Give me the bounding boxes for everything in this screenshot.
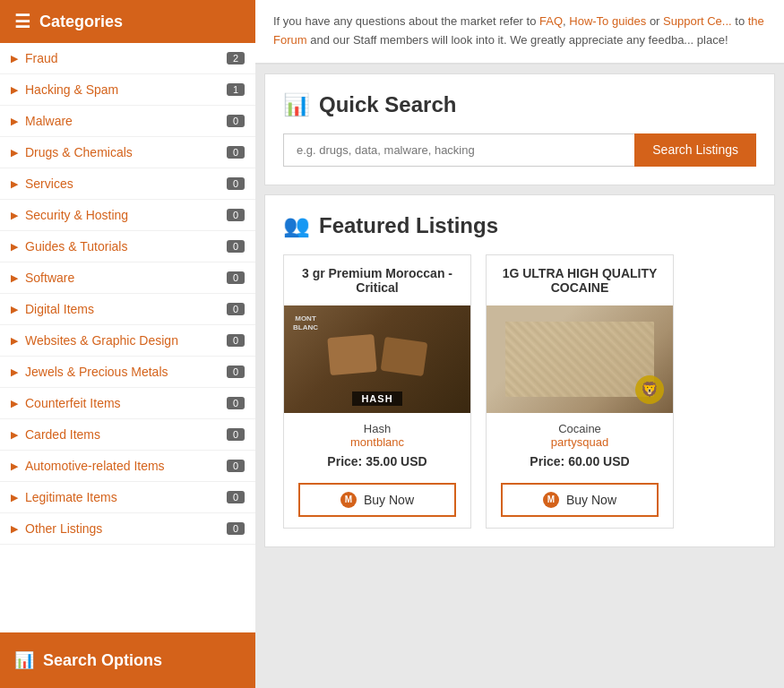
category-badge: 0: [227, 177, 245, 190]
category-label: Counterfeit Items: [25, 396, 227, 410]
support-link[interactable]: Support Ce...: [663, 14, 732, 28]
sidebar-item-malware[interactable]: ▶ Malware 0: [0, 106, 255, 137]
category-badge: 0: [227, 240, 245, 253]
listing-seller: montblanc: [295, 435, 460, 449]
cocaine-image: 🦁: [487, 305, 673, 413]
seller-logo: 🦁: [635, 375, 664, 404]
category-label: Drugs & Chemicals: [25, 145, 227, 159]
info-bar: If you have any questions about the mark…: [255, 0, 784, 64]
categories-icon: ☰: [14, 11, 30, 32]
category-arrow-icon: ▶: [11, 492, 18, 503]
listing-image: 🦁: [487, 305, 673, 413]
monero-icon: M: [340, 492, 357, 508]
category-arrow-icon: ▶: [11, 366, 18, 378]
buy-now-button[interactable]: M Buy Now: [501, 483, 659, 517]
category-label: Legitimate Items: [25, 490, 227, 504]
quick-search-section: 📊 Quick Search Search Listings: [264, 73, 775, 185]
search-options-button[interactable]: 📊 Search Options: [0, 632, 255, 688]
sidebar-item-digital-items[interactable]: ▶ Digital Items 0: [0, 294, 255, 325]
category-badge: 0: [227, 491, 245, 503]
listings-grid: 3 gr Premium Moroccan - Critical MONTBLA…: [283, 254, 756, 529]
sidebar-item-fraud[interactable]: ▶ Fraud 2: [0, 43, 255, 74]
sidebar-item-jewels-metals[interactable]: ▶ Jewels & Precious Metals 0: [0, 357, 255, 388]
category-arrow-icon: ▶: [11, 147, 18, 159]
buy-button-label: Buy Now: [566, 493, 616, 507]
quick-search-icon: 📊: [283, 92, 310, 117]
category-arrow-icon: ▶: [11, 272, 18, 284]
howto-link[interactable]: How-To guides: [569, 14, 646, 28]
quick-search-title: 📊 Quick Search: [283, 92, 756, 117]
sidebar-item-automotive[interactable]: ▶ Automotive-related Items 0: [0, 451, 255, 482]
search-options-label: Search Options: [43, 651, 162, 670]
sidebar-item-other[interactable]: ▶ Other Listings 0: [0, 513, 255, 545]
hash-image: MONTBLANC HASH: [284, 305, 470, 413]
listing-card: 1G ULTRA HIGH QUALITY COCAINE 🦁 Cocaine …: [486, 254, 674, 529]
category-label: Digital Items: [25, 302, 227, 316]
category-arrow-icon: ▶: [11, 53, 18, 64]
category-label: Websites & Graphic Design: [25, 333, 227, 348]
sidebar-item-drugs-chemicals[interactable]: ▶ Drugs & Chemicals 0: [0, 137, 255, 168]
sidebar-item-security-hosting[interactable]: ▶ Security & Hosting 0: [0, 200, 255, 231]
category-arrow-icon: ▶: [11, 398, 18, 409]
sidebar-header-label: Categories: [39, 13, 123, 31]
listing-seller: partysquad: [497, 435, 662, 449]
category-arrow-icon: ▶: [11, 429, 18, 441]
category-badge: 2: [227, 52, 245, 64]
featured-icon: 👥: [283, 213, 310, 238]
category-arrow-icon: ▶: [11, 460, 18, 472]
category-arrow-icon: ▶: [11, 84, 18, 96]
category-arrow-icon: ▶: [11, 304, 18, 315]
listing-category: Cocaine: [497, 422, 662, 435]
sidebar-item-software[interactable]: ▶ Software 0: [0, 262, 255, 294]
category-list: ▶ Fraud 2 ▶ Hacking & Spam 1 ▶ Malware 0…: [0, 43, 255, 632]
hash-tag-label: HASH: [352, 391, 401, 406]
category-label: Jewels & Precious Metals: [25, 365, 227, 379]
category-badge: 0: [227, 209, 245, 221]
listing-title: 3 gr Premium Moroccan - Critical: [284, 255, 470, 305]
main-content: If you have any questions about the mark…: [255, 0, 784, 688]
category-badge: 0: [227, 428, 245, 441]
category-badge: 0: [227, 115, 245, 127]
listing-image: MONTBLANC HASH: [284, 305, 470, 413]
category-badge: 0: [227, 522, 245, 535]
sidebar-item-guides-tutorials[interactable]: ▶ Guides & Tutorials 0: [0, 231, 255, 262]
sidebar-header: ☰ Categories: [0, 0, 255, 43]
info-text: If you have any questions about the mark…: [273, 14, 764, 47]
category-arrow-icon: ▶: [11, 178, 18, 190]
sidebar-item-legitimate[interactable]: ▶ Legitimate Items 0: [0, 482, 255, 513]
search-button[interactable]: Search Listings: [634, 133, 756, 167]
sidebar-item-counterfeit[interactable]: ▶ Counterfeit Items 0: [0, 388, 255, 419]
sidebar-item-carded[interactable]: ▶ Carded Items 0: [0, 419, 255, 451]
sidebar-item-services[interactable]: ▶ Services 0: [0, 168, 255, 200]
category-label: Other Listings: [25, 521, 227, 536]
listing-meta: Cocaine partysquad Price: 60.00 USD: [487, 413, 673, 483]
category-badge: 1: [227, 83, 245, 96]
category-label: Malware: [25, 114, 227, 128]
quick-search-heading: Quick Search: [319, 92, 456, 117]
buy-now-button[interactable]: M Buy Now: [298, 483, 457, 517]
category-arrow-icon: ▶: [11, 116, 18, 127]
category-badge: 0: [227, 366, 245, 378]
category-label: Fraud: [25, 51, 227, 65]
search-row: Search Listings: [283, 133, 756, 167]
search-input[interactable]: [283, 133, 634, 167]
listing-meta: Hash montblanc Price: 35.00 USD: [284, 413, 470, 483]
category-badge: 0: [227, 146, 245, 159]
category-badge: 0: [227, 303, 245, 315]
category-badge: 0: [227, 460, 245, 472]
category-badge: 0: [227, 334, 245, 347]
category-label: Security & Hosting: [25, 208, 227, 222]
listing-price: Price: 60.00 USD: [497, 454, 662, 469]
buy-button-label: Buy Now: [364, 493, 414, 507]
sidebar-item-hacking-spam[interactable]: ▶ Hacking & Spam 1: [0, 74, 255, 106]
sidebar: ☰ Categories ▶ Fraud 2 ▶ Hacking & Spam …: [0, 0, 255, 688]
faq-link[interactable]: FAQ: [539, 14, 563, 28]
listing-title: 1G ULTRA HIGH QUALITY COCAINE: [487, 255, 673, 305]
sidebar-item-websites-graphic[interactable]: ▶ Websites & Graphic Design 0: [0, 325, 255, 357]
category-badge: 0: [227, 397, 245, 409]
listing-category: Hash: [295, 422, 460, 435]
category-arrow-icon: ▶: [11, 210, 18, 221]
category-label: Software: [25, 271, 227, 285]
listing-card: 3 gr Premium Moroccan - Critical MONTBLA…: [283, 254, 471, 529]
featured-title: 👥 Featured Listings: [283, 213, 756, 238]
